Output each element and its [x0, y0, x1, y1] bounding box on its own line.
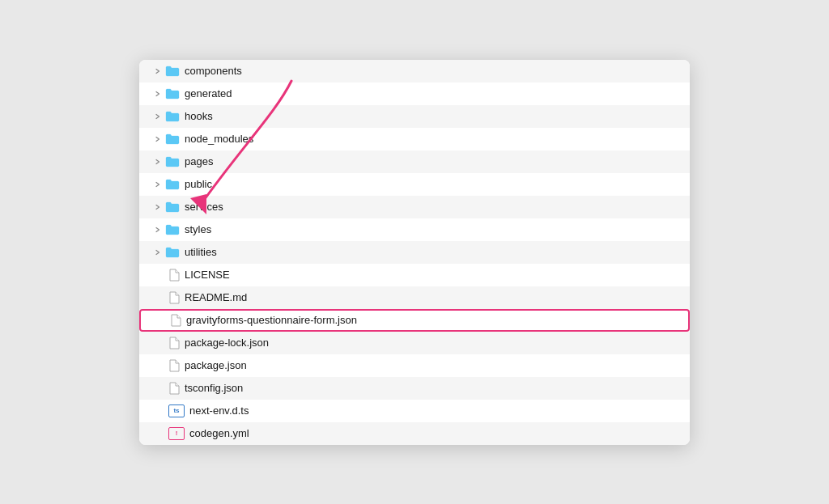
item-label: package-lock.json	[185, 337, 269, 349]
item-label: gravityforms-questionnaire-form.json	[186, 314, 357, 326]
chevron-icon	[152, 133, 164, 145]
file-icon	[168, 382, 180, 395]
file-item-services[interactable]: services	[139, 196, 690, 218]
folder-icon	[165, 224, 180, 235]
chevron-icon	[152, 88, 164, 100]
file-explorer: components generated hooks node_mod	[139, 60, 690, 445]
item-label: pages	[185, 155, 213, 167]
chevron-icon	[152, 179, 164, 190]
file-item-next_env[interactable]: tsnext-env.d.ts	[139, 400, 690, 422]
folder-icon	[165, 88, 180, 100]
item-label: generated	[185, 87, 232, 100]
item-label: LICENSE	[185, 269, 230, 281]
chevron-icon	[152, 247, 164, 258]
file-item-components[interactable]: components	[139, 60, 690, 83]
file-item-styles[interactable]: styles	[139, 218, 690, 241]
file-icon	[168, 359, 180, 372]
folder-icon	[165, 156, 180, 167]
file-item-codegen[interactable]: !codegen.yml	[139, 422, 690, 445]
file-item-gravityforms[interactable]: gravityforms-questionnaire-form.json	[139, 309, 690, 332]
file-item-pages[interactable]: pages	[139, 150, 690, 173]
folder-icon	[165, 111, 180, 122]
file-item-utilities[interactable]: utilities	[139, 241, 690, 264]
chevron-icon	[152, 156, 164, 167]
item-label: tsconfig.json	[185, 382, 243, 394]
folder-icon	[165, 133, 180, 145]
file-item-generated[interactable]: generated	[139, 83, 690, 105]
item-label: next-env.d.ts	[189, 404, 249, 417]
file-item-public[interactable]: public	[139, 173, 690, 196]
file-item-package_json[interactable]: package.json	[139, 354, 690, 377]
file-item-tsconfig[interactable]: tsconfig.json	[139, 377, 690, 400]
file-icon	[170, 314, 181, 327]
item-label: README.md	[185, 291, 247, 303]
folder-icon	[165, 66, 180, 77]
file-item-LICENSE[interactable]: LICENSE	[139, 264, 690, 286]
chevron-icon	[152, 111, 164, 122]
folder-icon	[165, 201, 180, 213]
page-background: components generated hooks node_mod	[0, 0, 829, 504]
file-item-node_modules[interactable]: node_modules	[139, 128, 690, 150]
file-icon	[168, 291, 180, 304]
item-label: node_modules	[185, 133, 253, 145]
item-label: services	[185, 201, 223, 213]
file-item-hooks[interactable]: hooks	[139, 105, 690, 128]
item-label: styles	[185, 223, 211, 235]
folder-icon	[165, 247, 180, 258]
ts-badge: ts	[168, 404, 185, 417]
file-item-README_md[interactable]: README.md	[139, 286, 690, 309]
folder-icon	[165, 179, 180, 190]
file-icon	[168, 269, 180, 282]
item-label: public	[185, 178, 212, 190]
chevron-icon	[152, 66, 164, 77]
file-icon	[168, 337, 180, 349]
item-label: components	[185, 65, 242, 77]
yaml-badge: !	[168, 427, 185, 440]
file-item-package_lock[interactable]: package-lock.json	[139, 332, 690, 354]
item-label: hooks	[185, 110, 213, 122]
item-label: package.json	[185, 359, 247, 371]
file-list: components generated hooks node_mod	[139, 60, 690, 445]
item-label: codegen.yml	[189, 427, 249, 439]
item-label: utilities	[185, 246, 217, 258]
chevron-icon	[152, 224, 164, 235]
chevron-icon	[152, 201, 164, 213]
